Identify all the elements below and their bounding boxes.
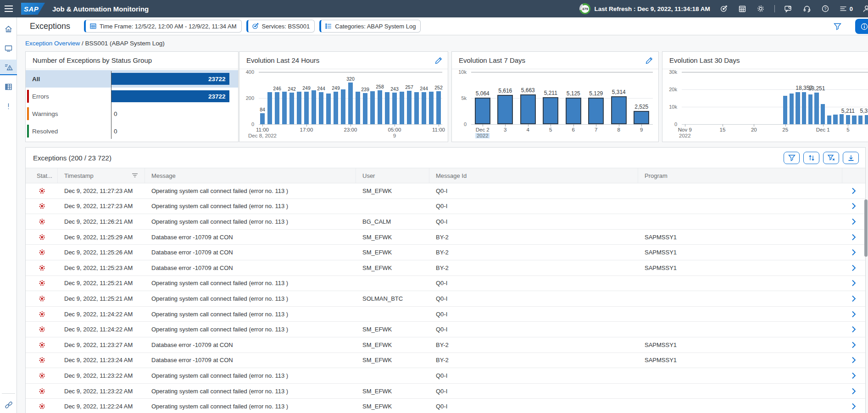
status-row-all[interactable]: All23722 <box>26 70 238 88</box>
chart-bar[interactable] <box>275 92 280 124</box>
profile-icon[interactable] <box>862 4 868 13</box>
chart-bar[interactable] <box>808 94 812 124</box>
row-chevron-icon[interactable] <box>842 183 865 198</box>
row-chevron-icon[interactable] <box>842 199 865 214</box>
chart-bar[interactable] <box>588 98 604 124</box>
chart-bar[interactable] <box>821 104 825 124</box>
info-button[interactable] <box>855 19 868 34</box>
row-chevron-icon[interactable] <box>842 276 865 291</box>
scrollbar-thumb[interactable] <box>864 199 868 257</box>
chart-bar[interactable] <box>407 91 412 124</box>
page-scrollbar[interactable] <box>864 181 868 396</box>
table-row[interactable]: Dec 9, 2022, 11:23:22 AMOperating system… <box>26 384 865 399</box>
chart-bar[interactable] <box>827 116 831 124</box>
chart-bar[interactable] <box>566 98 581 124</box>
table-row[interactable]: Dec 9, 2022, 11:23:24 AMDatabase error -… <box>26 353 865 369</box>
chart-bar[interactable] <box>392 93 397 124</box>
table-row[interactable]: Dec 9, 2022, 11:22:24 AMOperating system… <box>26 399 865 413</box>
chart-bar[interactable] <box>282 92 287 124</box>
status-row-errors[interactable]: Errors23722 <box>26 88 238 105</box>
alert-icon[interactable] <box>0 98 17 114</box>
status-bar[interactable]: 23722 <box>111 73 229 85</box>
chart-bar[interactable] <box>363 93 368 124</box>
status-row-resolved[interactable]: Resolved0 <box>26 122 238 140</box>
table-filter-icon[interactable] <box>784 152 800 164</box>
chart-bar[interactable] <box>341 89 346 124</box>
column-header-timestamp[interactable]: Timestamp <box>58 168 145 183</box>
row-chevron-icon[interactable] <box>842 322 865 337</box>
row-chevron-icon[interactable] <box>842 307 865 322</box>
row-chevron-icon[interactable] <box>842 260 865 275</box>
row-chevron-icon[interactable] <box>842 245 865 260</box>
chart-bar[interactable] <box>312 90 317 124</box>
chart-bar[interactable] <box>334 92 339 124</box>
table-row[interactable]: Dec 9, 2022, 11:27:23 AMOperating system… <box>26 183 865 199</box>
chart-bar[interactable] <box>858 116 862 124</box>
target-icon[interactable] <box>719 4 729 13</box>
table-row[interactable]: Dec 9, 2022, 11:26:21 AMOperating system… <box>26 214 865 230</box>
chart-bar[interactable] <box>414 92 419 124</box>
row-chevron-icon[interactable] <box>842 353 865 368</box>
table-row[interactable]: Dec 9, 2022, 11:27:23 AMOperating system… <box>26 199 865 215</box>
chart-bar[interactable] <box>833 115 837 124</box>
services-filter[interactable]: Services: BSS001 <box>246 20 315 33</box>
column-header-stat-[interactable]: Stat... <box>26 168 58 183</box>
chart-bar[interactable] <box>297 92 302 124</box>
table-download-icon[interactable] <box>843 152 859 164</box>
support-icon[interactable] <box>802 4 812 13</box>
chart-bar[interactable] <box>611 96 627 124</box>
chart-bar[interactable] <box>497 95 513 124</box>
table-row[interactable]: Dec 9, 2022, 11:23:22 AMOperating system… <box>26 368 865 384</box>
chart-bar[interactable] <box>520 94 536 124</box>
help-icon[interactable]: ? <box>821 4 830 13</box>
chart-bar[interactable] <box>783 96 787 124</box>
chart-bar[interactable] <box>814 93 818 124</box>
chart-bar[interactable] <box>304 92 309 124</box>
table-row[interactable]: Dec 9, 2022, 11:23:27 AMDatabase error -… <box>26 337 865 353</box>
table-row[interactable]: Dec 9, 2022, 11:25:21 AMOperating system… <box>26 276 865 292</box>
row-chevron-icon[interactable] <box>842 337 865 352</box>
column-header-message[interactable]: Message <box>145 168 356 183</box>
chart-bar[interactable] <box>356 92 361 124</box>
time-frame-filter[interactable]: Time Frame: 12/5/22, 12:00 AM - 12/9/22,… <box>84 20 241 33</box>
column-header-message-id[interactable]: Message Id <box>429 168 638 183</box>
settings-icon[interactable] <box>756 4 765 13</box>
menu-icon[interactable] <box>0 0 17 17</box>
chart-bar[interactable] <box>289 93 295 124</box>
chart-bar[interactable] <box>840 114 844 124</box>
sap-logo[interactable]: SAP <box>21 3 45 15</box>
chart-bar[interactable] <box>852 116 856 124</box>
breadcrumb-link-exception-overview[interactable]: Exception Overview <box>25 40 80 47</box>
calendar-icon[interactable] <box>738 4 747 13</box>
chart-bar[interactable] <box>348 83 353 124</box>
table-clear-filter-icon[interactable] <box>823 152 839 164</box>
chart-bar[interactable] <box>802 92 806 124</box>
table-row[interactable]: Dec 9, 2022, 11:25:21 AMOperating system… <box>26 291 865 307</box>
chart-bar[interactable] <box>634 111 649 124</box>
chart-bar[interactable] <box>370 91 375 124</box>
exceptions-icon[interactable] <box>0 60 17 75</box>
jobs-grid-icon[interactable] <box>0 79 17 94</box>
column-header-user[interactable]: User <box>356 168 429 183</box>
row-chevron-icon[interactable] <box>842 291 865 306</box>
status-row-warnings[interactable]: Warnings0 <box>26 105 238 122</box>
chart-bar[interactable] <box>790 94 794 124</box>
home-icon[interactable] <box>0 21 17 37</box>
chart-bar[interactable] <box>326 94 331 124</box>
chart-bar[interactable] <box>378 90 383 124</box>
table-row[interactable]: Dec 9, 2022, 11:25:26 AMDatabase error -… <box>26 245 865 260</box>
link-icon[interactable] <box>0 397 17 413</box>
refresh-countdown-ring[interactable]: 379 <box>579 3 590 14</box>
chart-bar[interactable] <box>400 92 405 124</box>
row-chevron-icon[interactable] <box>842 368 865 383</box>
table-row[interactable]: Dec 9, 2022, 11:25:29 AMDatabase error -… <box>26 230 865 245</box>
chart-bar[interactable] <box>422 92 427 124</box>
edit-pencil-icon[interactable] <box>435 57 442 64</box>
table-row[interactable]: Dec 9, 2022, 11:24:22 AMOperating system… <box>26 307 865 322</box>
status-bar[interactable]: 23722 <box>111 90 229 102</box>
chart-bar[interactable] <box>260 113 265 124</box>
column-header-program[interactable]: Program <box>638 168 842 183</box>
row-chevron-icon[interactable] <box>842 399 865 413</box>
table-sort-icon[interactable] <box>803 152 819 164</box>
chart-bar[interactable] <box>475 98 490 124</box>
